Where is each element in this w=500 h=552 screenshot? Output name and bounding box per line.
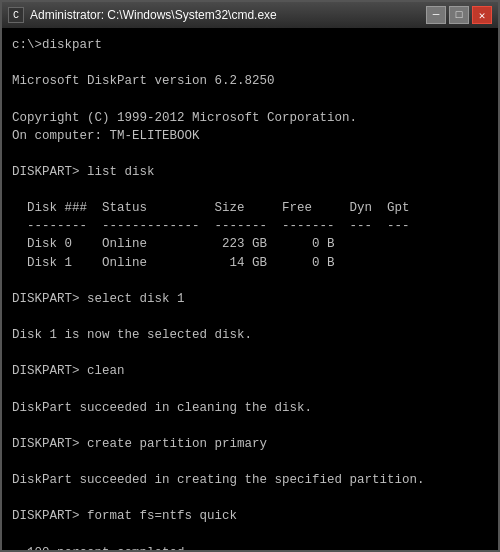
cmd-window: C Administrator: C:\Windows\System32\cmd… bbox=[0, 0, 500, 552]
terminal-line: DISKPART> format fs=ntfs quick bbox=[12, 507, 488, 525]
terminal-line: DiskPart succeeded in cleaning the disk. bbox=[12, 399, 488, 417]
terminal-line: -------- ------------- ------- ------- -… bbox=[12, 217, 488, 235]
window-title: Administrator: C:\Windows\System32\cmd.e… bbox=[30, 8, 277, 22]
terminal-line: DiskPart succeeded in creating the speci… bbox=[12, 471, 488, 489]
terminal-line: Disk 1 is now the selected disk. bbox=[12, 326, 488, 344]
terminal-line: 100 percent completed bbox=[12, 544, 488, 551]
terminal-line bbox=[12, 308, 488, 326]
title-bar: C Administrator: C:\Windows\System32\cmd… bbox=[2, 2, 498, 28]
close-button[interactable]: ✕ bbox=[472, 6, 492, 24]
terminal-line bbox=[12, 525, 488, 543]
minimize-button[interactable]: ─ bbox=[426, 6, 446, 24]
terminal-line bbox=[12, 54, 488, 72]
terminal-line bbox=[12, 453, 488, 471]
terminal-line bbox=[12, 181, 488, 199]
terminal-line bbox=[12, 272, 488, 290]
terminal-area[interactable]: c:\>diskpart Microsoft DiskPart version … bbox=[2, 28, 498, 550]
terminal-line: Disk 0 Online 223 GB 0 B bbox=[12, 235, 488, 253]
terminal-line: On computer: TM-ELITEBOOK bbox=[12, 127, 488, 145]
terminal-line bbox=[12, 380, 488, 398]
terminal-line bbox=[12, 145, 488, 163]
terminal-line: DISKPART> create partition primary bbox=[12, 435, 488, 453]
terminal-line bbox=[12, 344, 488, 362]
terminal-line: DISKPART> list disk bbox=[12, 163, 488, 181]
title-bar-left: C Administrator: C:\Windows\System32\cmd… bbox=[8, 7, 277, 23]
terminal-line bbox=[12, 489, 488, 507]
terminal-line: Disk ### Status Size Free Dyn Gpt bbox=[12, 199, 488, 217]
terminal-line: Disk 1 Online 14 GB 0 B bbox=[12, 254, 488, 272]
title-buttons: ─ □ ✕ bbox=[426, 6, 492, 24]
window-icon: C bbox=[8, 7, 24, 23]
terminal-line: c:\>diskpart bbox=[12, 36, 488, 54]
terminal-line: Microsoft DiskPart version 6.2.8250 bbox=[12, 72, 488, 90]
terminal-content: c:\>diskpart Microsoft DiskPart version … bbox=[12, 36, 488, 550]
terminal-line: DISKPART> clean bbox=[12, 362, 488, 380]
terminal-line: DISKPART> select disk 1 bbox=[12, 290, 488, 308]
terminal-line bbox=[12, 90, 488, 108]
terminal-line bbox=[12, 417, 488, 435]
terminal-line: Copyright (C) 1999-2012 Microsoft Corpor… bbox=[12, 109, 488, 127]
maximize-button[interactable]: □ bbox=[449, 6, 469, 24]
